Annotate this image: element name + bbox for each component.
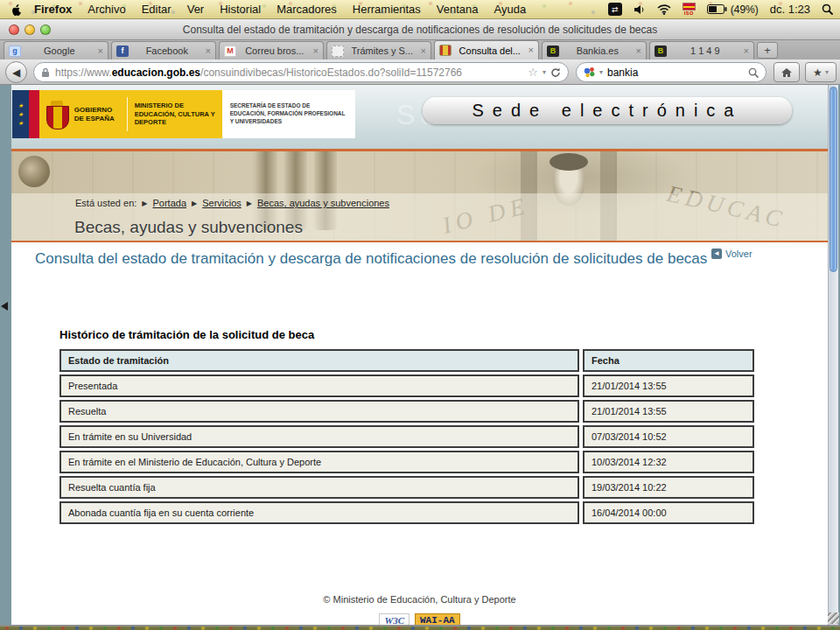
apple-menu[interactable] xyxy=(7,4,26,16)
tab-close-icon[interactable]: × xyxy=(421,46,426,56)
tab-label: Bankia.es xyxy=(563,46,633,56)
close-window-button[interactable] xyxy=(9,24,19,35)
url-dropdown-icon[interactable]: ▾ xyxy=(542,68,546,76)
back-button[interactable]: ◀ xyxy=(5,61,27,83)
tab-tr-mites-y-s[interactable]: Trámites y S...× xyxy=(326,41,431,60)
tab-close-icon[interactable]: × xyxy=(528,46,534,55)
os-menubar: FirefoxArchivoEditarVerHistorialMarcador… xyxy=(0,0,840,19)
menu-herramientas[interactable]: Herramientas xyxy=(345,3,429,16)
gmail-favicon-icon: M xyxy=(224,46,236,57)
tab-label: 1 1 4 9 xyxy=(670,46,740,56)
tab-close-icon[interactable]: × xyxy=(744,46,749,56)
table-row: Resuelta21/01/2014 13:55 xyxy=(60,400,754,423)
menu-ventana[interactable]: Ventana xyxy=(429,3,486,16)
breadcrumb-link[interactable]: Becas, ayudas y subvenciones xyxy=(257,198,389,208)
volver-back-icon: ◄ xyxy=(711,248,722,259)
cell-estado: En trámite en el Ministerio de Educación… xyxy=(60,451,579,473)
apple-icon xyxy=(11,4,22,16)
badge-w3c[interactable]: W3C xyxy=(379,613,410,625)
table-row: Resuelta cuantía fija19/03/2014 10:22 xyxy=(60,476,754,499)
desktop-background xyxy=(0,626,840,630)
cell-fecha: 10/03/2014 12:32 xyxy=(583,451,754,473)
bookmarks-button[interactable]: ★▾ xyxy=(805,62,836,82)
cell-estado: Presentada xyxy=(60,374,579,397)
tab-close-icon[interactable]: × xyxy=(636,46,641,56)
tab-label: Consulta del... xyxy=(455,46,525,56)
scrollbar-thumb[interactable] xyxy=(830,87,837,272)
search-icon[interactable] xyxy=(748,67,759,78)
badge-wai-aa[interactable]: WAI-AA xyxy=(415,613,460,625)
battery-status[interactable]: (49%) xyxy=(707,4,759,16)
left-edge-arrow-icon xyxy=(1,302,8,311)
page-viewport: ★★★ GOBIERNO DE ESPAÑA MINISTERIO DE EDU… xyxy=(0,85,840,625)
tab-google[interactable]: gGoogle× xyxy=(4,41,108,60)
tab-facebook[interactable]: fFacebook× xyxy=(111,41,216,60)
gov-yellow-panel: GOBIERNO DE ESPAÑA MINISTERIO DE EDUCACI… xyxy=(39,90,222,138)
tab-bankia-es[interactable]: BBankia.es× xyxy=(542,41,647,60)
logo-divider xyxy=(127,97,128,131)
site-header: ★★★ GOBIERNO DE ESPAÑA MINISTERIO DE EDU… xyxy=(11,85,828,149)
stone-scroll-ornament xyxy=(18,156,50,187)
menu-marcadores[interactable]: Marcadores xyxy=(269,3,345,16)
table-title: Histórico de trámitación de la solicitud… xyxy=(60,328,314,341)
main-content: Consulta del estado de tramitación y des… xyxy=(11,242,828,625)
keyboard-switcher-icon[interactable]: ⇄ xyxy=(608,3,622,16)
breadcrumb: Está usted en:▶Portada▶Servicios▶Becas, … xyxy=(75,198,389,208)
tab-label: Facebook xyxy=(132,46,202,56)
window-titlebar[interactable]: Consulta del estado de tramitación y des… xyxy=(0,19,840,40)
tab-close-icon[interactable]: × xyxy=(313,46,318,56)
window-resize-grip[interactable] xyxy=(828,612,839,624)
bankia-favicon-icon: B xyxy=(547,46,559,57)
url-path: /consuindivibecas/HistoricoEstados.do?so… xyxy=(200,66,462,79)
window-title: Consulta del estado de tramitación y des… xyxy=(183,24,657,36)
breadcrumb-prefix: Está usted en: xyxy=(75,198,136,208)
sede-electronica-banner: Sede electrónica xyxy=(423,97,792,124)
home-icon xyxy=(780,67,793,78)
cell-fecha: 19/03/2014 10:22 xyxy=(583,476,754,499)
breadcrumb-arrow-icon: ▶ xyxy=(247,200,252,207)
search-bar[interactable]: ▾ bankia xyxy=(576,62,766,82)
url-bar[interactable]: https://www.educacion.gob.es/consuindivi… xyxy=(33,62,569,82)
new-tab-button[interactable]: + xyxy=(757,42,778,59)
volume-icon[interactable] xyxy=(634,4,646,15)
breadcrumb-link[interactable]: Portada xyxy=(152,198,186,208)
spotlight-icon[interactable] xyxy=(822,4,833,15)
menu-ayuda[interactable]: Ayuda xyxy=(486,3,535,16)
bankia-favicon-icon: B xyxy=(654,46,667,57)
tab-consulta-del[interactable]: Consulta del...× xyxy=(434,40,539,60)
menu-firefox[interactable]: Firefox xyxy=(26,3,80,16)
tab-close-icon[interactable]: × xyxy=(98,46,103,56)
volver-link[interactable]: ◄ Volver xyxy=(711,248,752,259)
reload-icon[interactable] xyxy=(550,67,561,78)
eu-flag-strip: ★★★ xyxy=(12,90,29,138)
government-logo[interactable]: ★★★ GOBIERNO DE ESPAÑA MINISTERIO DE EDU… xyxy=(12,90,355,138)
bookmark-star-icon[interactable]: ☆ xyxy=(528,66,538,79)
page-title: Consulta del estado de tramitación y des… xyxy=(35,249,710,270)
menu-editar[interactable]: Editar xyxy=(134,3,179,16)
breadcrumb-link[interactable]: Servicios xyxy=(202,198,242,208)
table-row: En trámite en su Universidad07/03/2014 1… xyxy=(60,425,754,448)
coat-of-arms-icon xyxy=(46,101,67,129)
flag-iso-label: ISO xyxy=(684,10,694,16)
zoom-window-button[interactable] xyxy=(40,24,51,35)
page-scrollbar[interactable] xyxy=(828,85,838,625)
input-language-flag-icon[interactable]: ISO xyxy=(682,3,696,16)
menu-archivo[interactable]: Archivo xyxy=(80,3,133,16)
search-input[interactable]: bankia xyxy=(607,66,638,79)
minimize-window-button[interactable] xyxy=(24,24,35,35)
cell-fecha: 21/01/2014 13:55 xyxy=(583,374,754,397)
table-header-row: Estado de tramitaciónFecha xyxy=(60,349,754,372)
tab-correu-bros[interactable]: MCorreu bros...× xyxy=(219,41,324,60)
wifi-icon[interactable] xyxy=(657,4,671,15)
menu-ver[interactable]: Ver xyxy=(179,3,213,16)
home-button[interactable] xyxy=(774,62,800,82)
engine-dropdown-icon[interactable]: ▾ xyxy=(599,68,603,76)
tab-label: Trámites y S... xyxy=(347,46,417,56)
menu-historial[interactable]: Historial xyxy=(212,3,269,16)
google-engine-icon[interactable] xyxy=(584,66,595,78)
menubar-clock[interactable]: dc. 1:23 xyxy=(770,3,810,16)
section-title: Becas, ayudas y subvenciones xyxy=(74,218,303,237)
tab-close-icon[interactable]: × xyxy=(206,46,211,56)
facebook-favicon-icon: f xyxy=(116,46,129,57)
tab-1-1-4-9[interactable]: B1 1 4 9× xyxy=(649,41,754,60)
